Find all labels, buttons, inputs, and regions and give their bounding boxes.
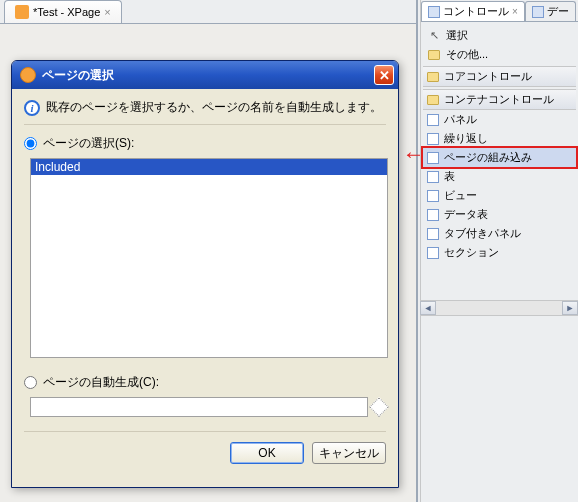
palette-tab1-label: コントロール bbox=[443, 4, 509, 19]
palette-tabbar: コントロール × デー bbox=[421, 0, 578, 22]
close-icon[interactable]: × bbox=[104, 6, 110, 18]
editor-tabbar: *Test - XPage × bbox=[0, 0, 416, 24]
palette-container-label: コンテナコントロール bbox=[444, 92, 554, 107]
drawer-icon bbox=[427, 72, 439, 82]
data-icon bbox=[532, 6, 544, 18]
scroll-left-button[interactable]: ◄ bbox=[420, 301, 436, 315]
info-icon: i bbox=[24, 100, 40, 116]
dialog-body: i 既存のページを選択するか、ページの名前を自動生成します。 ページの選択(S)… bbox=[12, 89, 398, 472]
palette-item-tabpanel[interactable]: タブ付きパネル bbox=[423, 224, 576, 243]
tabpanel-icon bbox=[427, 228, 439, 240]
page-listbox[interactable]: Included bbox=[30, 158, 388, 358]
section-icon bbox=[427, 247, 439, 259]
palette-table-label: 表 bbox=[444, 169, 455, 184]
palette-item-panel[interactable]: パネル bbox=[423, 110, 576, 129]
radio-select-label: ページの選択(S): bbox=[43, 135, 134, 152]
palette-section-label: セクション bbox=[444, 245, 499, 260]
autogen-name-input[interactable] bbox=[30, 397, 368, 417]
controls-icon bbox=[428, 6, 440, 18]
palette-item-include-page[interactable]: ページの組み込み bbox=[423, 148, 576, 167]
list-item[interactable]: Included bbox=[31, 159, 387, 175]
table-icon bbox=[427, 171, 439, 183]
datatable-icon bbox=[427, 209, 439, 221]
palette-item-other[interactable]: その他... bbox=[423, 45, 576, 64]
select-page-group: ページの選択(S): Included bbox=[24, 133, 386, 358]
palette-panel-label: パネル bbox=[444, 112, 477, 127]
palette-core-label: コアコントロール bbox=[444, 69, 532, 84]
panel-icon bbox=[427, 114, 439, 126]
palette-item-table[interactable]: 表 bbox=[423, 167, 576, 186]
palette-section-core[interactable]: コアコントロール bbox=[423, 66, 576, 87]
palette-select-label: 選択 bbox=[446, 28, 468, 43]
include-page-icon bbox=[427, 152, 439, 164]
palette-other-label: その他... bbox=[446, 47, 488, 62]
editor-tab-label: *Test - XPage bbox=[33, 6, 100, 18]
palette-body: 選択 その他... コアコントロール コンテナコントロール パネル 繰り返し ペ… bbox=[421, 22, 578, 266]
controls-palette-panel: コントロール × デー 選択 その他... コアコントロール コンテナコントロー… bbox=[420, 0, 578, 502]
dialog-info-text: 既存のページを選択するか、ページの名前を自動生成します。 bbox=[46, 99, 382, 116]
dialog-info-row: i 既存のページを選択するか、ページの名前を自動生成します。 bbox=[24, 99, 386, 125]
palette-item-view[interactable]: ビュー bbox=[423, 186, 576, 205]
xpage-icon bbox=[15, 5, 29, 19]
palette-repeat-label: 繰り返し bbox=[444, 131, 488, 146]
repeat-icon bbox=[427, 133, 439, 145]
scroll-track[interactable] bbox=[436, 301, 562, 315]
radio-gen-row[interactable]: ページの自動生成(C): bbox=[24, 372, 386, 393]
pointer-icon bbox=[427, 29, 441, 43]
dialog-title: ページの選択 bbox=[42, 67, 368, 84]
palette-item-select[interactable]: 選択 bbox=[423, 26, 576, 45]
content-assist-icon[interactable] bbox=[369, 397, 389, 417]
scroll-right-button[interactable]: ► bbox=[562, 301, 578, 315]
palette-item-section[interactable]: セクション bbox=[423, 243, 576, 262]
palette-tab-controls[interactable]: コントロール × bbox=[421, 1, 525, 21]
folder-icon bbox=[428, 50, 440, 60]
palette-section-container[interactable]: コンテナコントロール bbox=[423, 89, 576, 110]
drawer-icon bbox=[427, 95, 439, 105]
palette-item-datatable[interactable]: データ表 bbox=[423, 205, 576, 224]
dialog-close-button[interactable]: ✕ bbox=[374, 65, 394, 85]
radio-autogen-page[interactable] bbox=[24, 376, 37, 389]
palette-view-label: ビュー bbox=[444, 188, 477, 203]
palette-tab2-label: デー bbox=[547, 4, 569, 19]
palette-datatable-label: データ表 bbox=[444, 207, 488, 222]
dialog-icon bbox=[20, 67, 36, 83]
cancel-button[interactable]: キャンセル bbox=[312, 442, 386, 464]
ok-button[interactable]: OK bbox=[230, 442, 304, 464]
editor-tab[interactable]: *Test - XPage × bbox=[4, 0, 122, 23]
palette-include-label: ページの組み込み bbox=[444, 150, 532, 165]
radio-select-page[interactable] bbox=[24, 137, 37, 150]
dialog-titlebar: ページの選択 ✕ bbox=[12, 61, 398, 89]
radio-select-row[interactable]: ページの選択(S): bbox=[24, 133, 386, 154]
dialog-button-row: OK キャンセル bbox=[24, 431, 386, 464]
palette-item-repeat[interactable]: 繰り返し bbox=[423, 129, 576, 148]
radio-gen-label: ページの自動生成(C): bbox=[43, 374, 159, 391]
palette-tab-data[interactable]: デー bbox=[525, 1, 576, 21]
autogen-group: ページの自動生成(C): bbox=[24, 372, 386, 417]
palette-scrollbar[interactable]: ◄ ► bbox=[420, 300, 578, 316]
view-icon bbox=[427, 190, 439, 202]
close-icon[interactable]: × bbox=[512, 6, 518, 17]
palette-tabpanel-label: タブ付きパネル bbox=[444, 226, 521, 241]
page-select-dialog: ページの選択 ✕ i 既存のページを選択するか、ページの名前を自動生成します。 … bbox=[11, 60, 399, 488]
